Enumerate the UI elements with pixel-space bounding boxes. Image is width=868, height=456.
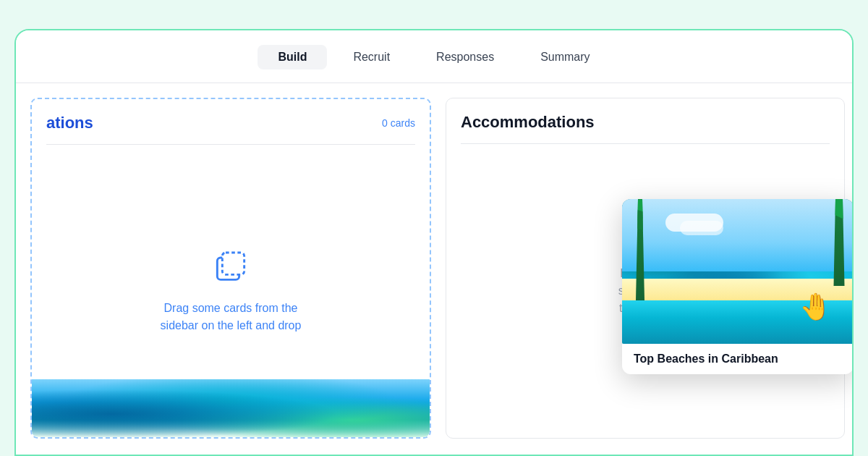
tab-summary[interactable]: Summary bbox=[520, 45, 610, 69]
tab-build[interactable]: Build bbox=[258, 45, 327, 69]
left-empty-text: Drag some cards from the sidebar on the … bbox=[161, 300, 302, 334]
card-image: 🤚 bbox=[622, 199, 852, 344]
right-panel-divider bbox=[461, 143, 830, 144]
sky-layer bbox=[622, 199, 852, 271]
cloud-2 bbox=[680, 221, 723, 235]
right-panel-header: Accommodations bbox=[461, 113, 830, 132]
tab-recruit[interactable]: Recruit bbox=[333, 45, 410, 69]
left-panel: ations 0 cards Drag some cards from the … bbox=[30, 98, 431, 439]
grab-cursor-icon: 🤚 bbox=[799, 292, 832, 322]
svg-rect-1 bbox=[222, 253, 244, 274]
tab-bar: Build Recruit Responses Summary bbox=[16, 30, 852, 83]
right-panel-title: Accommodations bbox=[461, 113, 595, 132]
floating-card-tooltip[interactable]: 🤚 Top Beaches in Caribbean bbox=[622, 199, 852, 374]
main-card: Build Recruit Responses Summary ations 0… bbox=[14, 29, 854, 456]
content-area: ations 0 cards Drag some cards from the … bbox=[16, 83, 852, 453]
drag-cards-icon bbox=[210, 248, 251, 288]
left-panel-divider bbox=[46, 144, 415, 145]
left-panel-header: ations 0 cards bbox=[46, 114, 415, 132]
left-panel-image bbox=[32, 379, 430, 437]
cards-count-badge: 0 cards bbox=[382, 117, 415, 129]
card-title: Top Beaches in Caribbean bbox=[622, 344, 852, 374]
tab-responses[interactable]: Responses bbox=[416, 45, 514, 69]
left-panel-title: ations bbox=[46, 114, 93, 132]
